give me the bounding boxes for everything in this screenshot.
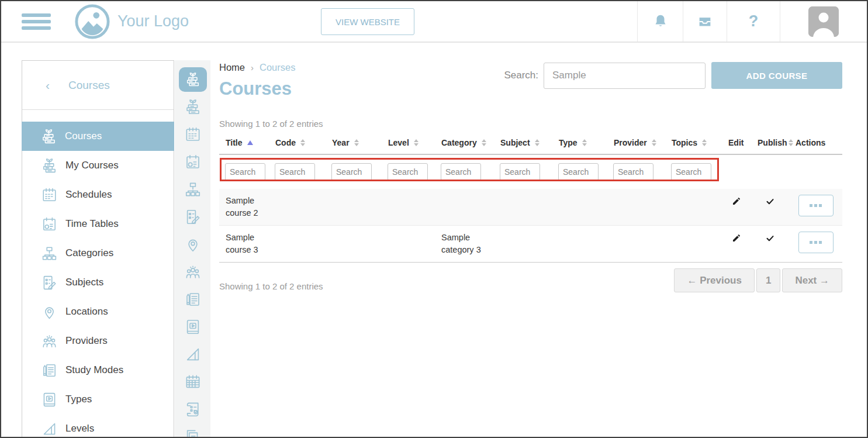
filter-topics-input[interactable] [671, 163, 711, 181]
rail-stacked-pages-icon[interactable] [175, 423, 210, 438]
rail-levels-icon[interactable] [175, 340, 210, 368]
locations-icon [41, 304, 58, 320]
logo[interactable]: Your Logo [74, 4, 189, 40]
bell-icon [652, 13, 669, 30]
rail-my-courses-icon[interactable] [175, 93, 210, 120]
sidebar-item-courses[interactable]: Courses [22, 122, 174, 151]
sidebar-item-categories[interactable]: Categories [22, 239, 174, 268]
view-website-button[interactable]: VIEW WEBSITE [321, 8, 414, 35]
study-modes-icon [41, 362, 58, 379]
rail-courses-icon[interactable] [175, 65, 210, 93]
rail-subjects-icon[interactable] [175, 203, 210, 230]
column-header-provider[interactable]: Provider [607, 138, 665, 147]
row-actions-button[interactable] [798, 195, 834, 216]
pagination-previous-button[interactable]: ← Previous [674, 268, 755, 292]
rail-providers-icon[interactable] [175, 258, 210, 285]
rail-scroll-check-icon[interactable] [175, 395, 210, 423]
sidebar-item-locations[interactable]: Locations [22, 297, 174, 326]
column-header-topics[interactable]: Topics [665, 138, 722, 147]
sort-icons [300, 139, 305, 146]
column-header-category[interactable]: Category [435, 138, 494, 147]
help-button[interactable]: ? [727, 1, 780, 42]
inbox-button[interactable] [683, 1, 727, 42]
column-header-publish[interactable]: Publish [751, 138, 789, 147]
ellipsis-icon [810, 241, 812, 244]
rail-calendar-grid-icon[interactable] [175, 368, 210, 395]
column-header-level[interactable]: Level [382, 138, 435, 147]
sort-icons [652, 139, 656, 146]
rail-schedules-icon[interactable] [175, 120, 210, 148]
body-area: ‹ Courses Courses My Courses Schedules [1, 43, 867, 437]
pagination-next-button[interactable]: Next → [782, 268, 842, 292]
rail-study-modes-icon[interactable] [175, 285, 210, 313]
table-filter-row [219, 155, 842, 189]
row-actions-button[interactable] [798, 232, 834, 253]
sidebar-item-label: Types [65, 394, 92, 405]
filter-cell-subject [494, 163, 552, 181]
publish-check-icon[interactable] [766, 232, 774, 256]
filter-level-input[interactable] [388, 163, 428, 181]
sidebar-item-providers[interactable]: Providers [22, 326, 174, 356]
rail-types-icon[interactable] [175, 313, 210, 340]
cell-title: Sample course 2 [219, 195, 269, 219]
global-search-input[interactable] [544, 63, 706, 89]
rail-time-tables-icon[interactable] [175, 148, 210, 175]
filter-year-input[interactable] [331, 163, 372, 181]
filter-cell-topics [665, 163, 722, 181]
sidebar-item-levels[interactable]: Levels [22, 414, 174, 438]
filter-code-input[interactable] [275, 163, 315, 181]
notifications-button[interactable] [637, 1, 683, 42]
sidebar-item-schedules[interactable]: Schedules [22, 180, 174, 209]
search-label: Search: [504, 70, 538, 81]
avatar [808, 6, 839, 37]
filter-provider-input[interactable] [613, 163, 653, 181]
sidebar-item-time-tables[interactable]: Time Tables [22, 209, 174, 239]
sidebar-item-study-modes[interactable]: Study Modes [22, 356, 174, 385]
cell-category: Sample category 3 [435, 232, 494, 256]
filter-cell-category [435, 163, 494, 181]
app-window: Your Logo VIEW WEBSITE ? ‹ Courses [0, 0, 868, 438]
edit-pencil-icon[interactable] [732, 232, 741, 256]
sidebar-item-subjects[interactable]: Subjects [22, 268, 174, 297]
sort-icons [582, 139, 587, 146]
user-avatar-button[interactable] [780, 1, 867, 42]
pagination-page-1-button[interactable]: 1 [756, 268, 780, 292]
menu-toggle-icon[interactable] [22, 11, 51, 33]
edit-pencil-icon[interactable] [732, 195, 741, 219]
sidebar-item-types[interactable]: Types [22, 385, 174, 414]
column-header-code[interactable]: Code [269, 138, 326, 147]
table-row: Sample course 3 Sample category 3 [219, 226, 842, 263]
column-header-year[interactable]: Year [326, 138, 382, 147]
sidebar-item-label: Subjects [65, 277, 103, 288]
publish-check-icon[interactable] [766, 195, 774, 219]
sidebar-item-label: My Courses [65, 160, 119, 171]
column-header-subject[interactable]: Subject [494, 138, 552, 147]
column-header-title[interactable]: Title [219, 138, 269, 147]
top-header: Your Logo VIEW WEBSITE ? [1, 1, 867, 43]
column-header-type[interactable]: Type [552, 138, 607, 147]
sidebar-item-my-courses[interactable]: My Courses [22, 151, 174, 180]
question-mark-icon: ? [749, 12, 759, 30]
rail-categories-icon[interactable] [175, 175, 210, 203]
levels-icon [41, 420, 58, 437]
filter-cell-year [326, 163, 382, 181]
page-topbar: Home › Courses Courses Search: ADD COURS… [219, 62, 842, 99]
filter-category-input[interactable] [441, 163, 481, 181]
rail-locations-icon[interactable] [175, 230, 210, 258]
breadcrumb-current[interactable]: Courses [260, 62, 295, 73]
main-content: Home › Courses Courses Search: ADD COURS… [219, 62, 842, 292]
filter-subject-input[interactable] [500, 163, 540, 181]
breadcrumb-home[interactable]: Home [219, 62, 245, 73]
table-info-top: Showing 1 to 2 of 2 entries [219, 119, 842, 129]
sidebar-collapse-header[interactable]: ‹ Courses [22, 61, 174, 110]
filter-type-input[interactable] [558, 163, 599, 181]
my-courses-icon [41, 157, 58, 174]
sort-icons [482, 139, 486, 146]
actions-cell [798, 195, 834, 219]
providers-icon [41, 333, 58, 350]
subjects-icon [41, 274, 58, 291]
time-tables-icon [41, 216, 58, 233]
sidebar-panel: ‹ Courses Courses My Courses Schedules [22, 60, 174, 437]
filter-title-input[interactable] [225, 163, 265, 181]
add-course-button[interactable]: ADD COURSE [711, 62, 842, 89]
